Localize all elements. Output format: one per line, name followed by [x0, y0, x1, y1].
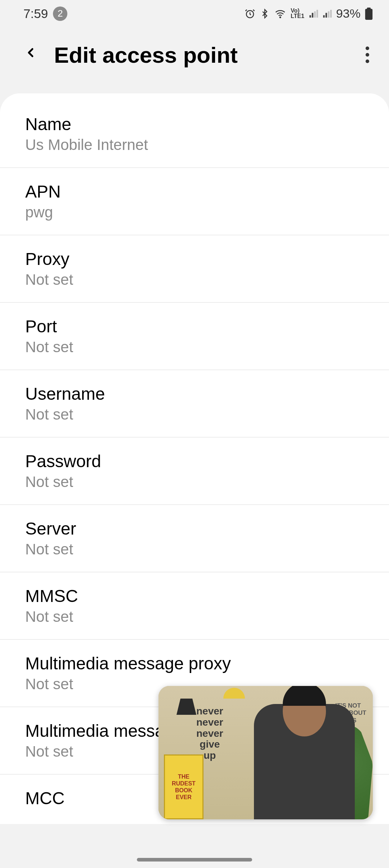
setting-server[interactable]: Server Not set — [0, 505, 389, 572]
setting-label: Password — [25, 451, 364, 471]
setting-label: Proxy — [25, 249, 364, 269]
setting-value: Not set — [25, 473, 364, 491]
pip-book: THE RUDEST BOOK EVER — [164, 754, 204, 819]
status-time: 7:59 — [23, 6, 48, 21]
pip-video[interactable]: never never never give up IT'S NOT ST AB… — [158, 686, 373, 819]
nav-gesture-bar[interactable] — [137, 858, 252, 862]
setting-label: Server — [25, 519, 364, 539]
volte-icon: Vo)LTE1 — [291, 8, 304, 19]
setting-label: Port — [25, 316, 364, 336]
back-button[interactable] — [22, 41, 40, 68]
setting-label: APN — [25, 182, 364, 201]
pip-hair — [283, 686, 326, 706]
setting-value: Not set — [25, 608, 364, 625]
page-title: Edit access point — [54, 42, 348, 68]
status-right: Vo)LTE1 93% — [245, 6, 373, 21]
setting-label: MMSC — [25, 586, 364, 606]
bluetooth-icon — [260, 9, 270, 19]
setting-username[interactable]: Username Not set — [0, 370, 389, 438]
pip-sun-icon — [223, 688, 245, 699]
setting-value: pwg — [25, 204, 364, 221]
signal-icon-1 — [309, 9, 318, 18]
pip-content: never never never give up IT'S NOT ST AB… — [158, 686, 373, 819]
setting-label: Multimedia message proxy — [25, 654, 364, 673]
battery-percent: 93% — [336, 6, 361, 21]
setting-mmsc[interactable]: MMSC Not set — [0, 572, 389, 640]
setting-apn[interactable]: APN pwg — [0, 168, 389, 235]
battery-icon — [365, 8, 373, 20]
setting-value: Us Mobile Internet — [25, 136, 364, 154]
pip-motivation-text: never never never give up — [196, 706, 223, 761]
app-header: Edit access point — [0, 27, 389, 93]
signal-icon-2 — [322, 9, 332, 18]
setting-port[interactable]: Port Not set — [0, 303, 389, 370]
setting-name[interactable]: Name Us Mobile Internet — [0, 93, 389, 168]
status-bar: 7:59 2 Vo)LTE1 93% — [0, 0, 389, 27]
status-left: 7:59 2 — [23, 6, 67, 21]
setting-value: Not set — [25, 406, 364, 423]
wifi-icon — [274, 8, 286, 19]
more-options-button[interactable] — [362, 43, 373, 67]
pip-lamp-icon — [176, 699, 196, 715]
pip-head — [283, 686, 326, 736]
setting-proxy[interactable]: Proxy Not set — [0, 235, 389, 303]
setting-value: Not set — [25, 271, 364, 288]
setting-label: Username — [25, 384, 364, 404]
setting-value: Not set — [25, 541, 364, 558]
setting-value: Not set — [25, 338, 364, 356]
alarm-icon — [245, 8, 255, 19]
setting-label: Name — [25, 114, 364, 134]
setting-password[interactable]: Password Not set — [0, 438, 389, 505]
svg-point-1 — [280, 17, 281, 18]
notification-badge: 2 — [53, 6, 67, 21]
pip-person — [254, 704, 355, 819]
svg-rect-2 — [365, 9, 372, 20]
svg-rect-3 — [367, 8, 371, 9]
